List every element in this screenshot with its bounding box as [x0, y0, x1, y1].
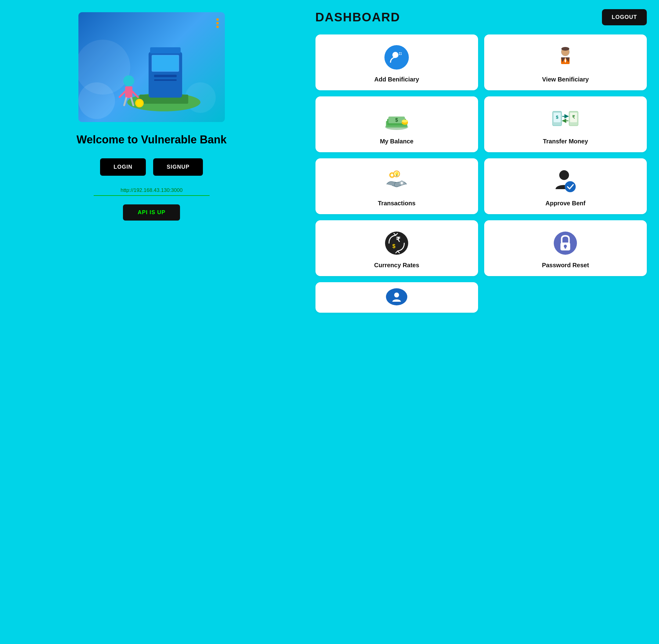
view-benificiary-label: View Benificiary: [542, 76, 589, 83]
card-currency-rates[interactable]: ₹ $ Currency Rates: [316, 220, 478, 276]
svg-rect-54: [399, 183, 400, 184]
svg-point-58: [559, 170, 569, 180]
transactions-label: Transactions: [378, 200, 415, 207]
svg-text:$: $: [395, 117, 398, 123]
svg-rect-12: [125, 86, 132, 98]
transfer-money-label: Transfer Money: [543, 138, 588, 145]
dot-2: [216, 22, 219, 24]
dot-1: [216, 18, 219, 21]
atm-svg: [78, 12, 225, 122]
svg-text:💡: 💡: [394, 172, 399, 176]
card-approve-benf[interactable]: Approve Benf: [484, 158, 647, 214]
left-panel: Welcome to Vulnerable Bank LOGIN SIGNUP …: [0, 0, 303, 644]
svg-text:₹: ₹: [572, 115, 575, 120]
svg-rect-7: [154, 75, 177, 77]
card-view-benificiary[interactable]: View Benificiary: [484, 34, 647, 90]
card-password-reset[interactable]: Password Reset: [484, 220, 647, 276]
svg-rect-48: [389, 175, 390, 176]
password-reset-icon: [552, 229, 579, 257]
svg-rect-9: [150, 47, 181, 53]
svg-rect-55: [404, 183, 405, 184]
api-url-input[interactable]: [94, 185, 210, 196]
bank-illustration: [78, 12, 225, 122]
api-status-button[interactable]: API IS UP: [123, 204, 180, 221]
view-benificiary-icon: [552, 44, 579, 71]
svg-rect-46: [391, 172, 393, 173]
dashboard-title: DASHBOARD: [316, 10, 400, 24]
logout-button[interactable]: LOGOUT: [602, 9, 647, 25]
right-panel: DASHBOARD LOGOUT Add Benificiary: [303, 0, 659, 644]
svg-rect-52: [402, 180, 403, 181]
currency-rates-icon: ₹ $: [383, 229, 410, 257]
card-transfer-money[interactable]: $ ₹: [484, 96, 647, 152]
svg-rect-8: [154, 79, 177, 81]
svg-point-11: [123, 75, 134, 86]
svg-point-29: [561, 47, 569, 51]
card-add-benificiary[interactable]: Add Benificiary: [316, 34, 478, 90]
svg-line-15: [124, 98, 126, 105]
card-partial-bottom[interactable]: [316, 282, 478, 313]
currency-rates-label: Currency Rates: [374, 262, 419, 269]
svg-line-14: [132, 92, 138, 97]
signup-button[interactable]: SIGNUP: [153, 158, 203, 176]
card-transactions[interactable]: 💡 Transactions: [316, 158, 478, 214]
svg-text:$: $: [556, 115, 558, 120]
svg-rect-53: [402, 185, 403, 186]
svg-point-37: [402, 120, 408, 123]
svg-point-59: [565, 181, 576, 192]
password-reset-label: Password Reset: [542, 262, 589, 269]
my-balance-label: My Balance: [380, 138, 413, 145]
svg-line-13: [120, 92, 125, 97]
partial-card-icon: [386, 288, 407, 305]
dashboard-grid: Add Benificiary: [316, 34, 647, 276]
card-my-balance[interactable]: $ My Balance: [316, 96, 478, 152]
my-balance-icon: $: [383, 106, 410, 133]
svg-point-51: [401, 182, 403, 184]
login-button[interactable]: LOGIN: [100, 158, 146, 176]
svg-rect-66: [565, 246, 566, 249]
transactions-icon: 💡: [383, 167, 410, 195]
dots-menu: [216, 18, 219, 28]
svg-text:₹: ₹: [396, 236, 401, 244]
add-benificiary-icon: [383, 44, 410, 71]
svg-text:$: $: [392, 243, 395, 249]
auth-buttons: LOGIN SIGNUP: [100, 158, 203, 176]
dot-3: [216, 26, 219, 28]
svg-rect-47: [391, 177, 393, 178]
svg-point-18: [136, 100, 142, 106]
transfer-money-icon: $ ₹: [552, 106, 579, 133]
svg-point-1: [78, 83, 115, 119]
dashboard-header: DASHBOARD LOGOUT: [316, 9, 647, 25]
approve-benf-icon: [552, 167, 579, 195]
svg-rect-10: [152, 55, 179, 71]
svg-point-45: [391, 174, 393, 176]
svg-point-67: [394, 293, 399, 297]
welcome-title: Welcome to Vulnerable Bank: [76, 133, 227, 146]
add-benificiary-label: Add Benificiary: [374, 76, 419, 83]
approve-benf-label: Approve Benf: [546, 200, 586, 207]
